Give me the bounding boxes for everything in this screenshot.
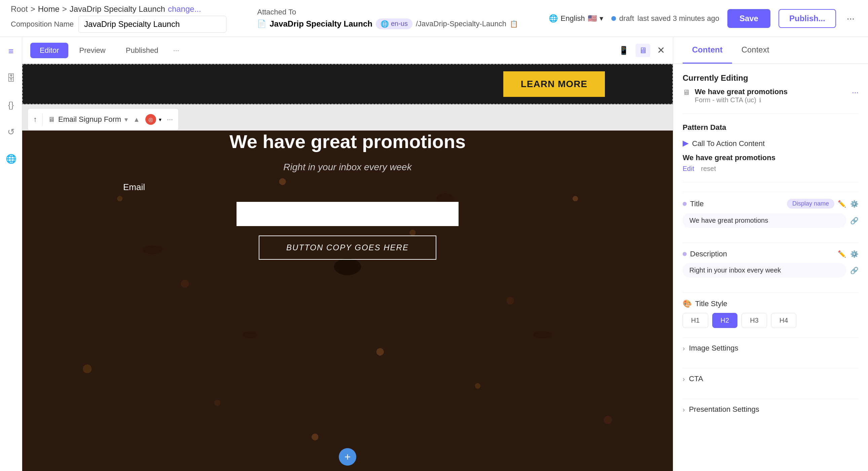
- cta-label: CTA: [689, 374, 859, 383]
- title-style-section: 🎨 Title Style H1 H2 H3 H4: [683, 292, 859, 328]
- tab-published[interactable]: Published: [116, 43, 168, 58]
- tab-editor[interactable]: Editor: [30, 43, 68, 58]
- title-field-actions: ✏️ ⚙️: [838, 200, 859, 208]
- draft-status: draft last saved 3 minutes ago: [611, 14, 719, 23]
- breadcrumb-change[interactable]: change...: [168, 4, 201, 14]
- comp-separator: [42, 114, 43, 125]
- h3-button[interactable]: H3: [742, 313, 767, 328]
- desc-settings-icon[interactable]: ⚙️: [850, 250, 859, 258]
- publish-button[interactable]: Publish...: [778, 9, 836, 28]
- layers-icon: ≡: [8, 46, 13, 57]
- add-section-button[interactable]: +: [339, 448, 356, 466]
- tab-content[interactable]: Content: [683, 37, 732, 64]
- history-icon: ↺: [7, 127, 15, 137]
- image-settings-expand[interactable]: › Image Settings: [683, 338, 859, 358]
- breadcrumb-sep2: >: [62, 4, 67, 14]
- description-field-section: Description ✏️ ⚙️ Right in your inbox ev…: [683, 243, 859, 283]
- component-back-icon[interactable]: ↑: [33, 115, 37, 124]
- pattern-reset-button[interactable]: reset: [701, 165, 716, 172]
- h2-button[interactable]: H2: [712, 313, 738, 328]
- editing-item-more-button[interactable]: ···: [852, 88, 859, 97]
- tab-preview[interactable]: Preview: [70, 43, 115, 58]
- lang-selector[interactable]: 🌐 English 🇺🇸 ▾: [549, 14, 603, 23]
- currently-editing-title: Currently Editing: [683, 73, 859, 83]
- currently-editing-section: Currently Editing 🖥 We have great promot…: [683, 73, 859, 104]
- learn-more-button[interactable]: LEARN MORE: [503, 71, 605, 97]
- sidebar-item-globe[interactable]: 🌐: [4, 151, 19, 166]
- comp-name-input[interactable]: [79, 16, 226, 33]
- tab-more-button[interactable]: ···: [169, 43, 183, 58]
- title-edit-icon[interactable]: ✏️: [838, 200, 846, 208]
- form-submit-button[interactable]: BUTTON COPY GOES HERE: [259, 236, 436, 260]
- editing-item-info: We have great promotions Form - with CTA…: [695, 88, 847, 104]
- breadcrumb: Root > Home > JavaDrip Specialty Launch …: [11, 4, 226, 14]
- target-icon[interactable]: ◎: [145, 114, 156, 125]
- pattern-data-section: Pattern Data Call To Action Content We h…: [683, 123, 859, 172]
- more-options-button[interactable]: ···: [844, 10, 857, 27]
- desktop-device-icon[interactable]: 🖥: [636, 44, 650, 57]
- cta-expand[interactable]: › CTA: [683, 368, 859, 389]
- title-settings-icon[interactable]: ⚙️: [850, 200, 859, 208]
- sidebar-item-code[interactable]: {}: [4, 98, 19, 113]
- editing-item-type: Form - with CTA (uc) ℹ: [695, 96, 847, 104]
- component-type-icon: 🖥: [48, 116, 55, 123]
- desc-value-tag[interactable]: Right in your inbox every week: [683, 263, 846, 278]
- email-label: Email: [123, 182, 145, 192]
- learn-more-section: LEARN MORE: [22, 64, 673, 104]
- desc-field-label: Description: [690, 250, 834, 258]
- mobile-device-icon[interactable]: 📱: [619, 46, 629, 55]
- image-settings-chevron: ›: [683, 345, 685, 352]
- pattern-actions: Edit reset: [683, 165, 859, 172]
- left-sidebar: ≡ 🗄 {} ↺ 🌐: [0, 37, 22, 471]
- breadcrumb-page[interactable]: JavaDrip Specialty Launch: [70, 4, 165, 14]
- title-value-tag[interactable]: We have great promotions: [683, 213, 846, 228]
- presentation-label: Presentation Settings: [689, 405, 859, 414]
- component-dropdown-icon[interactable]: ▾: [124, 116, 128, 123]
- title-style-label: 🎨 Title Style: [683, 300, 859, 308]
- email-input[interactable]: [237, 202, 459, 226]
- sidebar-item-history[interactable]: ↺: [4, 124, 19, 139]
- component-target: ◎ ▾: [145, 114, 161, 125]
- editing-item: 🖥 We have great promotions Form - with C…: [683, 88, 859, 104]
- locale-badge[interactable]: 🌐 en-us: [376, 19, 412, 29]
- editing-type-label: Form - with CTA (uc): [695, 96, 756, 104]
- title-field-section: Title Display name ✏️ ⚙️ We have great p…: [683, 192, 859, 233]
- component-toolbar: ↑ 🖥 Email Signup Form ▾ ▲ ◎ ▾ ···: [28, 108, 179, 130]
- h4-button[interactable]: H4: [771, 313, 797, 328]
- lang-flag: 🇺🇸: [588, 14, 597, 23]
- form-title: We have great promotions: [229, 130, 466, 152]
- desc-value-row: Right in your inbox every week 🔗: [683, 263, 859, 278]
- breadcrumb-home[interactable]: Home: [38, 4, 60, 14]
- code-icon: {}: [8, 100, 14, 111]
- pattern-item[interactable]: Call To Action Content: [683, 136, 859, 151]
- info-icon[interactable]: ℹ: [759, 97, 761, 104]
- attached-row: 📄 JavaDrip Specialty Launch 🌐 en-us /Jav…: [257, 19, 518, 29]
- sidebar-item-layers[interactable]: ≡: [4, 44, 19, 59]
- title-field-row: Title Display name ✏️ ⚙️: [683, 199, 859, 209]
- tab-context[interactable]: Context: [732, 37, 779, 64]
- desc-edit-icon[interactable]: ✏️: [838, 250, 846, 258]
- close-editor-button[interactable]: ✕: [657, 45, 665, 56]
- top-bar-center: Attached To 📄 JavaDrip Specialty Launch …: [257, 8, 518, 29]
- arrow-up-icon[interactable]: ▲: [133, 116, 140, 123]
- pattern-edit-button[interactable]: Edit: [683, 165, 694, 172]
- component-more-button[interactable]: ···: [167, 115, 173, 124]
- presentation-settings-expand[interactable]: › Presentation Settings: [683, 399, 859, 420]
- desc-link-icon[interactable]: 🔗: [850, 266, 859, 275]
- sidebar-item-data[interactable]: 🗄: [4, 71, 19, 86]
- title-link-icon[interactable]: 🔗: [850, 217, 859, 225]
- draft-label: draft: [619, 14, 634, 23]
- save-button[interactable]: Save: [727, 9, 770, 28]
- target-dropdown-icon[interactable]: ▾: [159, 117, 161, 123]
- comp-name-label: Composition Name: [11, 20, 74, 29]
- top-bar-right: 🌐 English 🇺🇸 ▾ draft last saved 3 minute…: [549, 9, 857, 28]
- breadcrumb-root[interactable]: Root: [11, 4, 28, 14]
- cta-content-label: Call To Action Content: [692, 139, 765, 148]
- copy-icon[interactable]: 📋: [510, 20, 518, 28]
- h1-button[interactable]: H1: [683, 313, 708, 328]
- image-settings-label: Image Settings: [689, 344, 859, 353]
- editor-toolbar-right: 📱 🖥 ✕: [619, 44, 665, 57]
- component-arrows[interactable]: ▲: [133, 116, 140, 123]
- attached-name: JavaDrip Specialty Launch: [270, 19, 372, 29]
- editor-area: Editor Preview Published ··· 📱 🖥 ✕ LEARN…: [22, 37, 673, 471]
